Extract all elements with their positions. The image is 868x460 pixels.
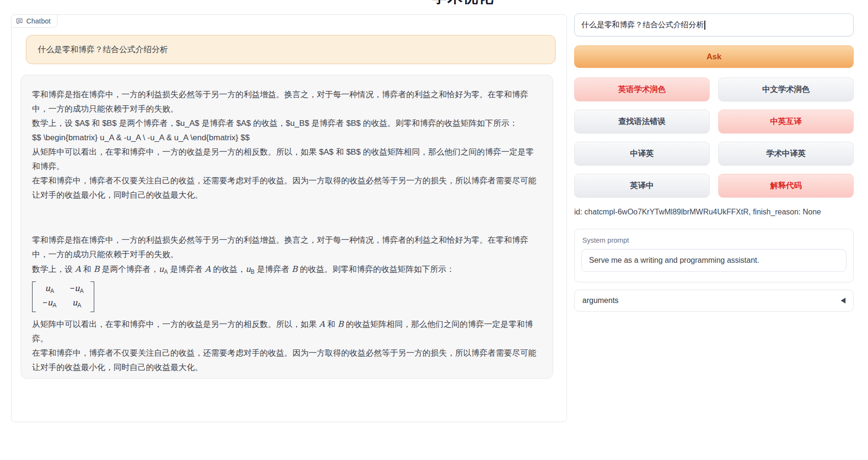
collapse-arrow-icon — [841, 298, 846, 303]
app-root: 学术优化 Chatbot 什么是零和博弈？结合公式介绍分析 零和博弈是指在博弈中… — [0, 0, 868, 460]
payoff-matrix: uA −uA −uA uA — [32, 281, 94, 312]
matrix-cells: uA −uA −uA uA — [38, 281, 89, 312]
chat-icon — [16, 18, 23, 25]
matrix-cell: uA — [43, 283, 56, 296]
fn-button-chinese-academic-polish[interactable]: 中文学术润色 — [718, 78, 854, 101]
bot-paragraph: 零和博弈是指在博弈中，一方的利益损失必然等于另一方的利益增益。换言之，对于每一种… — [32, 88, 542, 116]
fn-button-explain-code[interactable]: 解释代码 — [718, 174, 854, 198]
ask-button[interactable]: Ask — [574, 45, 854, 68]
page-title-partial: 学术优化 — [432, 0, 518, 4]
fn-button-zh-en-mutual-translate[interactable]: 中英互译 — [718, 110, 854, 134]
matrix-cell: −uA — [70, 283, 84, 296]
matrix-cell: uA — [70, 297, 84, 311]
bot-raw-block: 零和博弈是指在博弈中，一方的利益损失必然等于另一方的利益增益。换言之，对于每一种… — [32, 88, 542, 202]
fn-button-en-to-zh[interactable]: 英译中 — [574, 174, 710, 198]
fn-button-zh-to-en[interactable]: 中译英 — [574, 142, 710, 166]
bot-paragraph-math-intro: 数学上，设 A 和 B 是两个博弈者，uA 是博弈者 A 的收益，uB 是博弈者… — [32, 262, 542, 279]
bot-message-bubble: 零和博弈是指在博弈中，一方的利益损失必然等于另一方的利益增益。换言之，对于每一种… — [21, 75, 553, 379]
system-prompt-label: System prompt — [582, 236, 846, 244]
fn-button-english-academic-polish[interactable]: 英语学术润色 — [574, 78, 710, 101]
bot-paragraph-conclusion: 从矩阵中可以看出，在零和博弈中，一方的收益是另一方的相反数。所以，如果 A 和 … — [32, 317, 542, 346]
chatbot-panel: Chatbot 什么是零和博弈？结合公式介绍分析 零和博弈是指在博弈中，一方的利… — [11, 14, 567, 422]
bot-paragraph: 在零和博弈中，博弈者不仅要关注自己的收益，还需要考虑对手的收益。因为一方取得的收… — [32, 174, 542, 202]
bot-paragraph: 零和博弈是指在博弈中，一方的利益损失必然等于另一方的利益增益。换言之，对于每一种… — [32, 233, 542, 262]
arguments-accordion-label: arguments — [582, 296, 619, 305]
bot-paragraph: 从矩阵中可以看出，在零和博弈中，一方的收益是另一方的相反数。所以，如果 $A$ … — [32, 145, 542, 174]
system-prompt-text: Serve me as a writing and programming as… — [589, 256, 759, 265]
bot-paragraph: 在零和博弈中，博弈者不仅要关注自己的收益，还需要考虑对手的收益。因为一方取得的收… — [32, 346, 542, 375]
bot-rendered-block: 零和博弈是指在博弈中，一方的利益损失必然等于另一方的利益增益。换言之，对于每一种… — [32, 233, 542, 375]
chatbot-label-text: Chatbot — [26, 17, 51, 25]
user-message-bubble: 什么是零和博弈？结合公式介绍分析 — [26, 35, 556, 64]
user-message-text: 什么是零和博弈？结合公式介绍分析 — [38, 44, 168, 55]
prompt-input[interactable]: 什么是零和博弈？结合公式介绍分析 — [574, 13, 854, 36]
bot-paragraph: $$ \begin{bmatrix} u_A & -u_A \ -u_A & u… — [32, 131, 542, 145]
fn-button-find-grammar-errors[interactable]: 查找语法错误 — [574, 110, 710, 134]
function-button-grid: 英语学术润色 中文学术润色 查找语法错误 中英互译 中译英 学术中译英 英译中 … — [574, 78, 854, 198]
matrix-bracket-left — [32, 281, 36, 312]
system-prompt-input[interactable]: Serve me as a writing and programming as… — [581, 249, 846, 272]
bot-paragraph: 数学上，设 $A$ 和 $B$ 是两个博弈者，$u_A$ 是博弈者 $A$ 的收… — [32, 116, 542, 131]
arguments-accordion[interactable]: arguments — [574, 290, 854, 312]
matrix-bracket-right — [90, 281, 94, 312]
completion-status: id: chatcmpl-6wOo7KrYTwMl89lbrMWRu4UkFFX… — [574, 208, 821, 216]
system-prompt-box: System prompt Serve me as a writing and … — [574, 229, 854, 282]
text-cursor — [704, 21, 705, 30]
prompt-input-text: 什么是零和博弈？结合公式介绍分析 — [581, 20, 704, 30]
chatbot-label: Chatbot — [11, 14, 57, 28]
fn-button-academic-zh-to-en[interactable]: 学术中译英 — [718, 142, 854, 166]
matrix-cell: −uA — [43, 297, 56, 311]
